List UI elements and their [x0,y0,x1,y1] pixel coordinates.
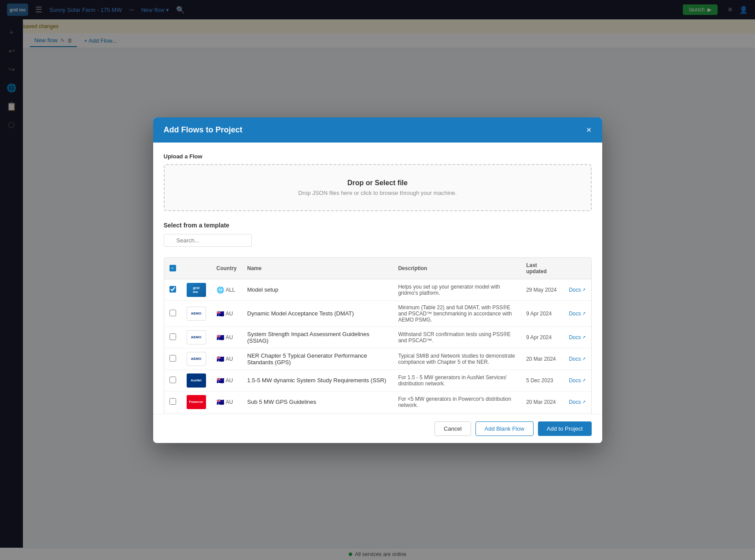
row-country: 🇦🇺 AU [211,348,242,370]
modal-title: Add Flows to Project [164,125,243,135]
row-date: 9 Apr 2024 [521,300,563,326]
docs-link[interactable]: Docs ↗ [569,311,586,317]
row-logo: AEMO [181,348,211,370]
row-checkbox-cell[interactable] [164,300,181,326]
template-table: − Country Name Description Last updated [164,258,591,414]
country-code: ALL [226,287,235,293]
row-checkbox-cell[interactable] [164,348,181,370]
row-name: NER Chapter 5 Typical Generator Performa… [242,348,393,370]
row-name: 1.5-5 MW dynamic System Study Requiremen… [242,370,393,391]
docs-header [563,258,591,279]
row-checkbox[interactable] [169,398,176,405]
row-date: 20 Mar 2024 [521,391,563,413]
table-row[interactable]: Powercor 🇦🇺 AU Sub 5 MW GPS Guidelines F… [164,391,591,413]
row-docs[interactable]: Docs ↗ [563,300,591,326]
row-checkbox-cell[interactable] [164,326,181,348]
add-flows-modal: Add Flows to Project × Upload a Flow Dro… [153,117,602,443]
row-checkbox[interactable] [169,355,176,362]
description-header[interactable]: Description [393,258,521,279]
country-flag: 🇦🇺 [217,310,224,317]
row-logo: AEMO [181,300,211,326]
row-name: Model setup [242,279,393,300]
external-link-icon: ↗ [582,335,586,340]
row-date: 9 Apr 2024 [521,326,563,348]
external-link-icon: ↗ [582,399,586,404]
template-search-input[interactable] [164,234,252,247]
select-all-header[interactable]: − [164,258,181,279]
search-wrapper: 🔍 [164,234,252,252]
row-logo: AusNet [181,370,211,391]
docs-link[interactable]: Docs ↗ [569,377,586,384]
table-header-row: − Country Name Description Last updated [164,258,591,279]
row-docs[interactable]: Docs ↗ [563,279,591,300]
external-link-icon: ↗ [582,311,586,316]
country-flag: 🇦🇺 [217,355,224,362]
row-description: Withstand SCR confirmation tests using P… [393,326,521,348]
country-flag: 🌐 [217,286,224,293]
modal-close-button[interactable]: × [586,125,592,134]
modal-overlay: Add Flows to Project × Upload a Flow Dro… [0,0,755,560]
row-checkbox[interactable] [169,333,176,340]
row-name: Dynamic Model Acceptance Tests (DMAT) [242,300,393,326]
row-checkbox[interactable] [169,310,176,316]
country-flag: 🇦🇺 [217,334,224,341]
add-blank-flow-button[interactable]: Add Blank Flow [475,421,534,436]
row-checkbox[interactable] [169,286,176,293]
row-date: 5 Dec 2023 [521,370,563,391]
external-link-icon: ↗ [582,287,586,292]
row-checkbox[interactable] [169,377,176,383]
file-upload-zone[interactable]: Drop or Select file Drop JSON files here… [164,164,592,211]
row-checkbox-cell[interactable] [164,370,181,391]
docs-link[interactable]: Docs ↗ [569,334,586,340]
template-section-label: Select from a template [164,222,592,229]
row-description: Minimum (Table 22) and full DMAT, with P… [393,300,521,326]
table-row[interactable]: AusNet 🇦🇺 AU 1.5-5 MW dynamic System Stu… [164,370,591,391]
country-flag: 🇦🇺 [217,377,224,384]
country-header[interactable]: Country [211,258,242,279]
external-link-icon: ↗ [582,356,586,361]
cancel-button[interactable]: Cancel [435,421,471,436]
docs-link[interactable]: Docs ↗ [569,356,586,362]
row-docs[interactable]: Docs ↗ [563,391,591,413]
modal-body: Upload a Flow Drop or Select file Drop J… [153,143,602,414]
row-date: 29 May 2024 [521,279,563,300]
table-row[interactable]: gridmo 🌐 ALL Model setup Helps you set u… [164,279,591,300]
row-country: 🇦🇺 AU [211,370,242,391]
last-updated-header[interactable]: Last updated [521,258,563,279]
row-country: 🇦🇺 AU [211,391,242,413]
external-link-icon: ↗ [582,378,586,383]
country-code: AU [226,356,233,362]
template-table-container: − Country Name Description Last updated [164,257,592,414]
add-to-project-button[interactable]: Add to Project [538,421,592,436]
row-name: System Strength Impact Assessment Guidel… [242,326,393,348]
row-description: Typical SMIB and Network studies to demo… [393,348,521,370]
country-code: AU [226,377,233,384]
table-row[interactable]: AEMO 🇦🇺 AU Dynamic Model Acceptance Test… [164,300,591,326]
select-all-checkbox[interactable]: − [169,265,176,271]
country-code: AU [226,311,233,317]
row-date: 20 Mar 2024 [521,348,563,370]
upload-section-label: Upload a Flow [164,153,592,160]
row-country: 🌐 ALL [211,279,242,300]
row-checkbox-cell[interactable] [164,391,181,413]
country-code: AU [226,399,233,405]
row-description: For <5 MW generators in Powercor's distr… [393,391,521,413]
table-row[interactable]: AEMO 🇦🇺 AU System Strength Impact Assess… [164,326,591,348]
upload-subtitle: Drop JSON files here or click to browse … [179,190,577,196]
row-docs[interactable]: Docs ↗ [563,348,591,370]
docs-link[interactable]: Docs ↗ [569,287,586,293]
logo-header [181,258,211,279]
row-docs[interactable]: Docs ↗ [563,370,591,391]
row-description: For 1.5 - 5 MW generators in AusNet Serv… [393,370,521,391]
name-header[interactable]: Name [242,258,393,279]
row-description: Helps you set up your generator model wi… [393,279,521,300]
country-flag: 🇦🇺 [217,399,224,406]
row-country: 🇦🇺 AU [211,300,242,326]
upload-title: Drop or Select file [179,179,577,187]
row-checkbox-cell[interactable] [164,279,181,300]
row-docs[interactable]: Docs ↗ [563,326,591,348]
table-row[interactable]: AEMO 🇦🇺 AU NER Chapter 5 Typical Generat… [164,348,591,370]
docs-link[interactable]: Docs ↗ [569,399,586,405]
row-logo: gridmo [181,279,211,300]
row-logo: Powercor [181,391,211,413]
